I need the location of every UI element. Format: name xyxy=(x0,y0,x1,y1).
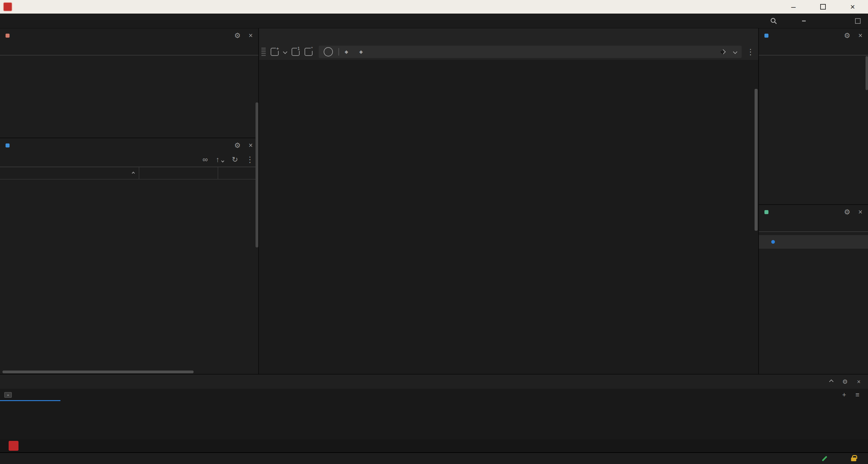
right-sidebar-vscrollbar-thumb[interactable] xyxy=(866,56,868,90)
shell-menu-icon[interactable]: ≡ xyxy=(855,391,859,399)
minimize-button[interactable]: – xyxy=(780,1,806,13)
windterm-taskbar-icon[interactable] xyxy=(9,441,19,451)
column-header-name[interactable] xyxy=(0,167,139,179)
file-manager-hscrollbar[interactable] xyxy=(0,370,258,374)
cusit-header: ⚙ × xyxy=(759,28,868,42)
close-panel-icon[interactable]: × xyxy=(857,378,861,385)
more-options-icon[interactable]: ⋮ xyxy=(246,155,254,165)
shell-subtab[interactable]: » xyxy=(4,389,32,401)
close-panel-icon[interactable]: × xyxy=(859,31,863,40)
gear-icon[interactable]: ⚙ xyxy=(234,31,241,40)
maximize-icon xyxy=(820,4,826,9)
status-lock[interactable] xyxy=(851,456,860,461)
gear-icon[interactable]: ⚙ xyxy=(844,31,850,40)
bottom-panel: ⚙ × » + ≡ xyxy=(0,374,868,439)
status-sync[interactable] xyxy=(822,458,831,459)
more-options-icon[interactable]: ⋮ xyxy=(747,47,754,57)
duplicate-session-icon[interactable]: 1 xyxy=(291,48,300,56)
column-header-date-modified[interactable] xyxy=(139,167,218,179)
right-sidebar: ⚙ × ⚙ × xyxy=(758,28,868,374)
link-icon[interactable]: ∞ xyxy=(203,155,208,164)
commant-header: ⚙ × xyxy=(759,205,868,219)
sessions-section-label xyxy=(0,42,258,56)
search-icon[interactable] xyxy=(770,17,777,25)
chevron-down-icon[interactable] xyxy=(733,50,737,54)
hscrollbar-thumb[interactable] xyxy=(2,371,193,373)
close-panel-icon[interactable]: × xyxy=(249,31,253,40)
layout-toggle-icon[interactable] xyxy=(855,18,861,24)
add-shell-icon[interactable]: + xyxy=(842,391,846,399)
file-manager-path-bar[interactable]: ∞ ↑ ↻ ⋮ xyxy=(0,152,258,167)
commant-panel: ⚙ × xyxy=(759,205,868,374)
chevron-down-icon[interactable] xyxy=(283,50,287,54)
sort-ascending-icon xyxy=(132,172,135,175)
close-panel-icon[interactable]: × xyxy=(249,141,253,150)
collapse-panel-icon[interactable] xyxy=(829,379,834,384)
gear-icon[interactable]: ⚙ xyxy=(234,141,241,150)
left-sidebar: ⚙ × ⚙ × xyxy=(0,28,259,374)
file-manager-column-headers xyxy=(0,167,258,179)
command-dot-icon xyxy=(771,240,775,244)
screenshot-tool-button[interactable] xyxy=(802,20,806,22)
panel-dot-icon xyxy=(765,210,769,214)
panel-dot-icon xyxy=(5,143,9,147)
divider xyxy=(338,48,339,56)
close-panel-icon[interactable]: × xyxy=(859,208,863,216)
terminal-area: + 1 ° ◆ ◆ ⋮ xyxy=(259,28,758,374)
status-bar xyxy=(0,452,868,464)
file-manager-vscrollbar-thumb[interactable] xyxy=(255,103,258,248)
file-manager-panel: ⚙ × ∞ ↑ ↻ ⋮ xyxy=(0,138,258,374)
lock-icon xyxy=(851,458,856,461)
close-button[interactable]: × xyxy=(840,1,866,13)
run-arrow-icon[interactable] xyxy=(721,49,726,55)
windterm-app: – × ⚙ × xyxy=(0,0,868,464)
menu-right-icons xyxy=(770,17,861,25)
terminal-output[interactable] xyxy=(259,60,758,374)
terminal-toolbar: + 1 ° ◆ ◆ ⋮ xyxy=(259,44,758,60)
tont-section-label xyxy=(759,219,868,232)
sessions-tree xyxy=(759,56,868,60)
refresh-icon[interactable]: ↻ xyxy=(232,155,238,164)
terminal-icon: » xyxy=(4,392,12,398)
file-list xyxy=(0,179,258,370)
panel-dot-icon xyxy=(765,34,769,38)
command-item-top[interactable] xyxy=(759,235,868,249)
main-area: ⚙ × ⚙ × xyxy=(0,28,868,374)
terminal-tab-bar xyxy=(259,28,758,44)
step-one-icon xyxy=(324,47,333,56)
shell-subtab-controls: + ≡ xyxy=(842,391,868,399)
bottom-tab-bar: ⚙ × xyxy=(0,375,868,389)
terminal-vscrollbar[interactable] xyxy=(754,60,758,372)
resource-manager-panel: ⚙ × xyxy=(0,28,258,138)
bullet-icon: ◆ xyxy=(360,49,363,55)
pen-icon xyxy=(822,456,827,461)
column-header-type[interactable] xyxy=(218,167,258,179)
maximize-button[interactable] xyxy=(810,1,836,13)
window-controls: – × xyxy=(780,1,866,13)
title-bar: – × xyxy=(0,0,868,13)
gear-icon[interactable]: ⚙ xyxy=(842,378,848,385)
session-list-mini-icon[interactable] xyxy=(261,48,266,56)
status-right xyxy=(730,456,860,461)
shell-subtab-bar: » + ≡ xyxy=(0,389,868,401)
resource-manager-header: ⚙ × xyxy=(0,28,258,42)
cusit-panel: ⚙ × xyxy=(759,28,868,205)
bullet-icon: ◆ xyxy=(345,49,348,55)
app-logo-icon xyxy=(3,2,12,11)
up-directory-icon[interactable]: ↑ xyxy=(216,155,224,164)
gear-icon[interactable]: ⚙ xyxy=(844,208,850,216)
menu-bar xyxy=(0,13,868,28)
address-breadcrumb-bar[interactable]: ◆ ◆ xyxy=(319,46,742,58)
file-manager-header: ⚙ × xyxy=(0,138,258,152)
task-strip xyxy=(0,439,868,452)
bottom-panel-controls: ⚙ × xyxy=(830,375,868,389)
pin-session-icon[interactable]: ° xyxy=(305,48,313,56)
sats-section-label xyxy=(759,42,868,56)
sessions-list xyxy=(0,56,258,59)
shell-output[interactable] xyxy=(0,401,868,439)
new-session-icon[interactable]: + xyxy=(271,48,279,56)
vscrollbar-thumb[interactable] xyxy=(754,89,758,231)
panel-dot-icon xyxy=(5,34,9,38)
